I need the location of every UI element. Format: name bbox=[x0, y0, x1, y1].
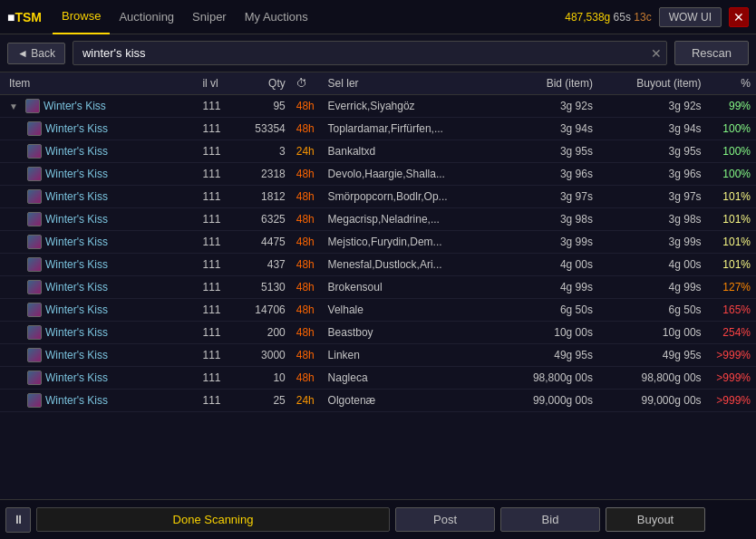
table-row[interactable]: Winter's Kiss 111 2318 48h Devolo,Haargi… bbox=[0, 163, 756, 186]
rescan-button[interactable]: Rescan bbox=[674, 41, 749, 65]
bid-button[interactable]: Bid bbox=[500, 507, 600, 532]
bid-cell: 99,000g 00s bbox=[489, 390, 598, 412]
ilvl-cell: 111 bbox=[197, 163, 236, 186]
time-cell: 24h bbox=[291, 140, 323, 163]
col-buyout[interactable]: Buyout (item) bbox=[598, 72, 707, 95]
buyout-cell: 10g 00s bbox=[598, 322, 707, 344]
col-seller[interactable]: Sel ler bbox=[323, 72, 490, 95]
pct-cell: 254% bbox=[707, 322, 756, 344]
item-icon bbox=[27, 348, 42, 362]
bottom-bar: ⏸ Done Scanning Post Bid Buyout bbox=[0, 499, 756, 539]
buyout-button[interactable]: Buyout bbox=[606, 507, 705, 532]
buyout-cell: 3g 99s bbox=[598, 231, 707, 254]
col-time[interactable]: ⏱ bbox=[291, 72, 323, 95]
bid-cell: 3g 97s bbox=[489, 186, 598, 208]
item-cell: Winter's Kiss bbox=[0, 140, 197, 163]
tsm-logo: ■TSM bbox=[7, 10, 42, 24]
play-pause-button[interactable]: ⏸ bbox=[5, 507, 31, 533]
col-pct[interactable]: % bbox=[707, 72, 756, 95]
bid-cell: 3g 98s bbox=[489, 208, 598, 231]
table-row[interactable]: Winter's Kiss 111 200 48h Beastboy 10g 0… bbox=[0, 322, 756, 344]
table-row[interactable]: Winter's Kiss 111 6325 48h Megacrisp,Nel… bbox=[0, 208, 756, 231]
seller-cell: Olgotenæ bbox=[323, 390, 490, 412]
wow-ui-button[interactable]: WOW UI bbox=[659, 7, 722, 27]
seller-cell: Smörpopcorn,Bodlr,Op... bbox=[323, 186, 490, 208]
table-row[interactable]: Winter's Kiss 111 10 48h Nagleca 98,800g… bbox=[0, 367, 756, 390]
table-row[interactable]: Winter's Kiss 111 5130 48h Brokensoul 4g… bbox=[0, 276, 756, 299]
ilvl-cell: 111 bbox=[197, 299, 236, 322]
buyout-cell: 98,800g 00s bbox=[598, 367, 707, 390]
qty-cell: 25 bbox=[237, 390, 291, 412]
post-button[interactable]: Post bbox=[395, 507, 495, 532]
table-row[interactable]: Winter's Kiss 111 4475 48h Mejstico,Fury… bbox=[0, 231, 756, 254]
item-name: Winter's Kiss bbox=[45, 281, 108, 294]
item-cell: Winter's Kiss bbox=[0, 186, 197, 208]
item-cell: Winter's Kiss bbox=[0, 322, 197, 344]
item-cell: Winter's Kiss bbox=[0, 276, 197, 299]
time-cell: 48h bbox=[291, 231, 323, 254]
table-row[interactable]: Winter's Kiss 111 14706 48h Velhale 6g 5… bbox=[0, 299, 756, 322]
bid-cell: 3g 96s bbox=[489, 163, 598, 186]
time-cell: 48h bbox=[291, 276, 323, 299]
table-row[interactable]: Winter's Kiss 111 3000 48h Linken 49g 95… bbox=[0, 344, 756, 367]
bid-cell: 4g 00s bbox=[489, 254, 598, 276]
buyout-cell: 3g 98s bbox=[598, 208, 707, 231]
search-input[interactable] bbox=[73, 41, 667, 65]
time-cell: 48h bbox=[291, 208, 323, 231]
qty-cell: 3 bbox=[237, 140, 291, 163]
item-icon bbox=[27, 280, 42, 294]
item-icon bbox=[27, 144, 42, 159]
ilvl-cell: 111 bbox=[197, 118, 236, 140]
item-icon bbox=[27, 212, 42, 226]
table-row[interactable]: Winter's Kiss 111 1812 48h Smörpopcorn,B… bbox=[0, 186, 756, 208]
nav-browse[interactable]: Browse bbox=[53, 0, 110, 34]
qty-cell: 4475 bbox=[237, 231, 291, 254]
bid-cell: 3g 99s bbox=[489, 231, 598, 254]
item-icon bbox=[27, 393, 42, 408]
qty-cell: 95 bbox=[237, 95, 291, 118]
seller-cell: Brokensoul bbox=[323, 276, 490, 299]
close-button[interactable]: ✕ bbox=[729, 7, 749, 27]
item-name: Winter's Kiss bbox=[45, 394, 108, 407]
seller-cell: Megacrisp,Neladrine,... bbox=[323, 208, 490, 231]
seller-cell: Toplardamar,Firfürfen,... bbox=[323, 118, 490, 140]
col-bid[interactable]: Bid (item) bbox=[489, 72, 598, 95]
nav-auctioning[interactable]: Auctioning bbox=[110, 0, 183, 34]
ilvl-cell: 111 bbox=[197, 186, 236, 208]
table-row[interactable]: Winter's Kiss 111 3 24h Bankaltxd 3g 95s… bbox=[0, 140, 756, 163]
bid-cell: 6g 50s bbox=[489, 299, 598, 322]
item-name: Winter's Kiss bbox=[45, 258, 108, 271]
ilvl-cell: 111 bbox=[197, 344, 236, 367]
search-clear-icon[interactable]: ✕ bbox=[651, 46, 662, 61]
item-cell: Winter's Kiss bbox=[0, 367, 197, 390]
pct-cell: 101% bbox=[707, 231, 756, 254]
buyout-cell: 99,000g 00s bbox=[598, 390, 707, 412]
back-button[interactable]: ◄ Back bbox=[7, 43, 65, 64]
expand-icon[interactable]: ▼ bbox=[9, 101, 18, 111]
top-nav: ■TSM Browse Auctioning Sniper My Auction… bbox=[0, 0, 756, 34]
qty-cell: 2318 bbox=[237, 163, 291, 186]
seller-cell: Bankaltxd bbox=[323, 140, 490, 163]
nav-my-auctions[interactable]: My Auctions bbox=[236, 0, 317, 34]
table-row[interactable]: Winter's Kiss 111 437 48h Menesfal,Dustl… bbox=[0, 254, 756, 276]
time-cell: 48h bbox=[291, 367, 323, 390]
col-item[interactable]: Item bbox=[0, 72, 197, 95]
ilvl-cell: 111 bbox=[197, 231, 236, 254]
item-name: Winter's Kiss bbox=[45, 190, 108, 203]
item-name: Winter's Kiss bbox=[45, 122, 108, 135]
table-row[interactable]: Winter's Kiss 111 53354 48h Toplardamar,… bbox=[0, 118, 756, 140]
play-pause-icon: ⏸ bbox=[13, 513, 24, 526]
col-qty[interactable]: Qty bbox=[237, 72, 291, 95]
buyout-cell: 3g 96s bbox=[598, 163, 707, 186]
seller-cell: Nagleca bbox=[323, 367, 490, 390]
item-cell: Winter's Kiss bbox=[0, 231, 197, 254]
item-name: Winter's Kiss bbox=[45, 326, 108, 339]
nav-sniper[interactable]: Sniper bbox=[183, 0, 236, 34]
table-row[interactable]: ▼ Winter's Kiss 111 95 48h Everrick,Siya… bbox=[0, 95, 756, 118]
time-cell: 48h bbox=[291, 163, 323, 186]
ilvl-cell: 111 bbox=[197, 208, 236, 231]
table-row[interactable]: Winter's Kiss 111 25 24h Olgotenæ 99,000… bbox=[0, 390, 756, 412]
buyout-cell: 49g 95s bbox=[598, 344, 707, 367]
col-ilvl[interactable]: il vl bbox=[197, 72, 236, 95]
pct-cell: 165% bbox=[707, 299, 756, 322]
